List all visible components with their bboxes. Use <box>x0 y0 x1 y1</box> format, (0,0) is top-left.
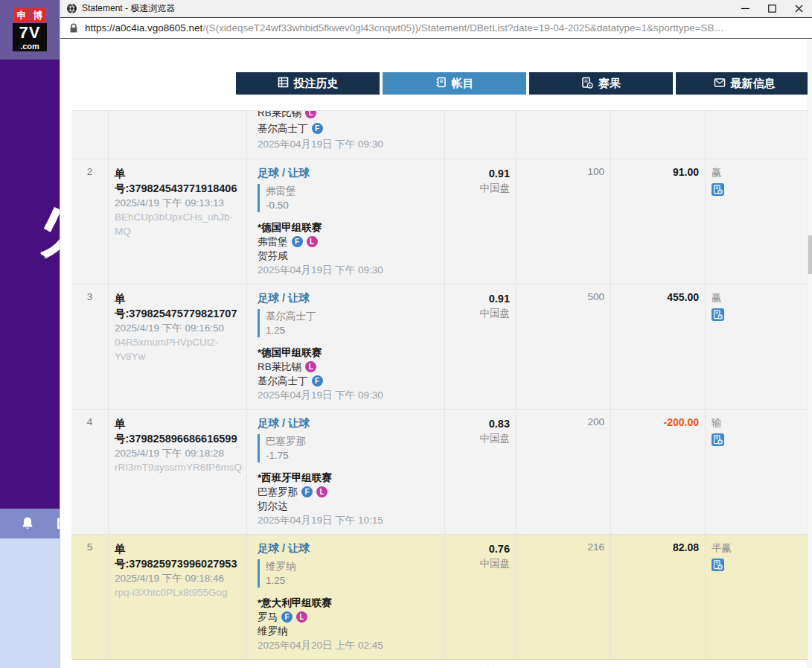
tab-bet-history[interactable]: 投注历史 <box>236 72 380 95</box>
bet-time: 2025/4/19 下午 09:18:28 <box>115 446 240 460</box>
bet-ref-code: BEhCUp3bUpxCHs_uhJb-MQ <box>115 210 240 238</box>
away-team-line: 维罗纳 <box>258 624 438 638</box>
team-name: 贺芬咸 <box>258 249 288 263</box>
odds-type: 中国盘 <box>451 431 510 445</box>
l-badge: L <box>305 361 316 372</box>
l-badge: L <box>307 236 318 247</box>
bet-history-icon <box>278 77 289 90</box>
results-icon <box>581 77 593 91</box>
l-badge: L <box>316 486 327 497</box>
odds-type: 中国盘 <box>451 556 510 570</box>
bet-time: 2025/4/19 下午 09:13:13 <box>115 196 240 210</box>
logo-block-bo: 博 <box>31 8 45 22</box>
odds-cell: 0.83 中国盘 <box>445 410 517 534</box>
tab-results[interactable]: 赛果 <box>529 72 673 95</box>
detail-cell: 足球 / 让球 巴塞罗那 -1.75 *西班牙甲组联赛 巴塞罗那 FL 切尔达 … <box>247 410 445 534</box>
match-time: 2025年04月19日 下午 09:30 <box>258 263 438 277</box>
detail-cell: RB莱比锡 L 基尔高士丁 F 2025年04月19日 下午 09:30 <box>247 111 445 159</box>
status-cell: 赢 <box>706 284 808 409</box>
market-link[interactable]: 足球 / 让球 <box>258 416 310 430</box>
maximize-button[interactable] <box>758 0 785 17</box>
site-sidebar: 申 博 7V .com 火 【 <box>0 0 60 668</box>
f-badge: F <box>312 375 323 387</box>
winloss-cell: -200.00 <box>611 410 706 534</box>
close-button[interactable] <box>785 0 812 17</box>
bell-icon[interactable] <box>19 515 36 532</box>
address-bar[interactable]: https://a0c4ia.vgo8605.net/(S(xideqseT24… <box>60 18 812 39</box>
home-team-line: RB莱比锡 L <box>258 111 438 121</box>
team-name: 巴塞罗那 <box>258 485 298 499</box>
row-index: 2 <box>71 159 109 284</box>
home-team-line: 弗雷堡 FL <box>258 235 438 249</box>
scrollbar-thumb[interactable] <box>808 235 812 274</box>
status-label: 赢 <box>712 166 802 179</box>
order-number: 单号:379825896686616599 <box>115 416 240 446</box>
order-cell: 单号:379825896686616599 2025/4/19 下午 09:18… <box>109 410 247 534</box>
browser-window: Statement - 极速浏览器 https://a0c4ia.vgo8605… <box>60 0 812 668</box>
away-team-line: 切尔达 <box>258 499 438 513</box>
odds-value: 0.76 <box>451 541 510 556</box>
url-text: https://a0c4ia.vgo8605.net/(S(xideqseT24… <box>85 22 724 34</box>
bet-row-partial: RB莱比锡 L 基尔高士丁 F 2025年04月19日 下午 09:30 <box>71 111 808 159</box>
row-index: 3 <box>71 284 109 409</box>
sidebar-lower-panel <box>0 538 60 668</box>
order-number: 单号:379825475779821707 <box>115 291 240 321</box>
f-badge: F <box>292 236 303 247</box>
pick-team: 弗雷堡 <box>266 184 438 198</box>
market-link[interactable]: 足球 / 让球 <box>258 291 310 305</box>
notice-bar: 【 <box>0 509 60 538</box>
vertical-scrollbar[interactable] <box>808 39 812 668</box>
order-cell: 单号:379825475779821707 2025/4/19 下午 09:16… <box>109 284 247 409</box>
tab-label: 赛果 <box>598 77 621 91</box>
order-number: 单号:379824543771918406 <box>115 166 240 196</box>
window-titlebar: Statement - 极速浏览器 <box>60 0 812 18</box>
status-cell: 输 <box>706 410 808 534</box>
subtotal-stake <box>517 660 611 668</box>
l-badge: L <box>296 611 307 623</box>
odds-cell: 0.91 中国盘 <box>445 159 517 284</box>
league-name: *德国甲组联赛 <box>258 346 438 360</box>
f-badge: F <box>301 486 313 497</box>
logo-7v: 7V <box>13 23 47 42</box>
match-result-icon[interactable] <box>712 559 724 571</box>
away-team-line: 基尔高士丁 F <box>258 374 438 388</box>
handicap-value: -1.75 <box>266 448 438 462</box>
bet-ref-code: 04R5xmumPHVpCUt2-Yv8Yw <box>115 335 240 363</box>
detail-cell: 足球 / 让球 弗雷堡 -0.50 *德国甲组联赛 弗雷堡 FL 贺芬咸 202… <box>247 159 445 284</box>
team-name: RB莱比锡 <box>258 360 301 374</box>
tab-latest-news[interactable]: 最新信息 <box>676 72 812 95</box>
handicap-value: 1.25 <box>266 573 438 588</box>
minimize-button[interactable] <box>732 0 758 17</box>
logo-com: .com <box>13 42 47 51</box>
detail-cell: 足球 / 让球 维罗纳 1.25 *意大利甲组联赛 罗马 FL 维罗纳 2025… <box>247 535 445 659</box>
row-index: 5 <box>71 535 109 659</box>
stake-cell: 500 <box>517 284 611 409</box>
odds-value: 0.83 <box>451 416 510 431</box>
handicap-value: 1.25 <box>266 323 438 337</box>
browser-logo-icon <box>66 3 77 14</box>
site-logo[interactable]: 申 博 7V .com <box>13 8 47 51</box>
league-name: *意大利甲组联赛 <box>258 596 438 610</box>
f-badge: F <box>312 123 323 134</box>
bet-time: 2025/4/19 下午 09:18:46 <box>115 571 240 585</box>
bet-statement-table: RB莱比锡 L 基尔高士丁 F 2025年04月19日 下午 09:30 2 单… <box>71 110 808 668</box>
bet-row: 3 单号:379825475779821707 2025/4/19 下午 09:… <box>71 284 808 410</box>
away-team-line: 基尔高士丁 F <box>258 121 438 136</box>
league-name: *德国甲组联赛 <box>258 220 438 235</box>
pick-team: 维罗纳 <box>266 559 438 573</box>
match-result-icon[interactable] <box>712 183 724 196</box>
lock-icon <box>69 23 78 34</box>
match-result-icon[interactable] <box>712 433 724 446</box>
match-result-icon[interactable] <box>712 308 724 321</box>
team-name: 基尔高士丁 <box>258 374 308 388</box>
team-name: RB莱比锡 <box>258 111 301 121</box>
market-link[interactable]: 足球 / 让球 <box>258 166 310 180</box>
order-cell <box>109 111 247 159</box>
status-cell: 半赢 <box>706 535 808 659</box>
tab-statement[interactable]: 帐目 <box>383 72 526 95</box>
winloss-cell: 91.00 <box>611 159 706 284</box>
market-link[interactable]: 足球 / 让球 <box>258 541 310 556</box>
odds-cell: 0.76 中国盘 <box>445 535 517 659</box>
banner-glyph: 火 <box>39 191 60 259</box>
team-name: 基尔高士丁 <box>258 121 308 136</box>
